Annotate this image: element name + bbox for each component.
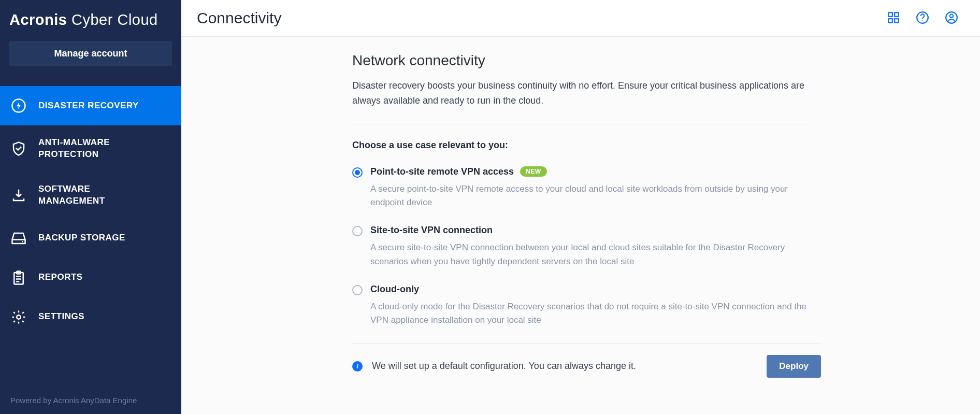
sidebar-item-reports[interactable]: REPORTS [0, 258, 181, 297]
shield-icon [10, 140, 27, 157]
option-site-to-site[interactable]: Site-to-site VPN connection A secure sit… [352, 225, 818, 268]
sidebar-item-disaster-recovery[interactable]: DISASTER RECOVERY [0, 86, 181, 125]
info-icon: i [352, 361, 363, 372]
section-heading: Network connectivity [352, 52, 959, 69]
option-title-row: Site-to-site VPN connection [370, 225, 818, 236]
new-badge: NEW [520, 166, 547, 177]
sidebar-item-label: SOFTWARE MANAGEMENT [38, 183, 152, 207]
account-icon[interactable] [945, 11, 959, 25]
option-body: Point-to-site remote VPN access NEW A se… [370, 166, 818, 210]
content: Network connectivity Disaster recovery b… [181, 37, 980, 414]
option-description: A secure point-to-site VPN remote access… [370, 182, 818, 210]
svg-rect-6 [895, 12, 899, 17]
radio-icon[interactable] [352, 285, 363, 295]
svg-point-1 [22, 241, 23, 242]
option-title: Point-to-site remote VPN access [370, 166, 514, 177]
help-icon[interactable] [916, 11, 930, 25]
nav: DISASTER RECOVERY ANTI-MALWARE PROTECTIO… [0, 86, 181, 387]
topbar: Connectivity [181, 0, 980, 37]
option-title: Cloud-only [370, 284, 419, 295]
footer-left: i We will set up a default configuration… [352, 361, 636, 372]
sidebar-item-backup-storage[interactable]: BACKUP STORAGE [0, 219, 181, 258]
bolt-icon [10, 97, 27, 114]
main: Connectivity Network connectivity Disast… [181, 0, 980, 414]
apps-icon[interactable] [887, 11, 901, 25]
radio-icon[interactable] [352, 226, 363, 236]
choose-label: Choose a use case relevant to you: [352, 140, 959, 151]
sidebar-footer: Powered by Acronis AnyData Engine [0, 387, 181, 414]
gear-icon [10, 309, 27, 325]
sidebar-item-label: REPORTS [38, 272, 83, 283]
option-body: Site-to-site VPN connection A secure sit… [370, 225, 818, 268]
sidebar: Acronis Cyber Cloud Manage account DISAS… [0, 0, 181, 414]
svg-rect-7 [888, 19, 892, 23]
sidebar-item-label: ANTI-MALWARE PROTECTION [38, 137, 152, 161]
svg-point-4 [17, 315, 21, 319]
svg-point-10 [922, 20, 923, 21]
download-icon [10, 187, 27, 204]
svg-rect-8 [895, 19, 899, 23]
radio-icon[interactable] [352, 167, 363, 178]
page-title: Connectivity [197, 9, 281, 27]
brand-logo: Acronis Cyber Cloud [0, 0, 181, 41]
option-title: Site-to-site VPN connection [370, 225, 493, 236]
sidebar-item-software-management[interactable]: SOFTWARE MANAGEMENT [0, 172, 181, 219]
sidebar-item-label: BACKUP STORAGE [38, 232, 125, 244]
option-point-to-site[interactable]: Point-to-site remote VPN access NEW A se… [352, 166, 818, 210]
section-description: Disaster recovery boosts your business c… [352, 78, 808, 108]
option-description: A secure site-to-site VPN connection bet… [370, 241, 818, 268]
sidebar-item-label: DISASTER RECOVERY [38, 100, 139, 112]
sidebar-item-anti-malware[interactable]: ANTI-MALWARE PROTECTION [0, 125, 181, 172]
footer-info-text: We will set up a default configuration. … [372, 361, 636, 372]
svg-point-12 [950, 15, 954, 18]
option-cloud-only[interactable]: Cloud-only A cloud-only mode for the Dis… [352, 284, 818, 327]
manage-account-button[interactable]: Manage account [9, 41, 172, 66]
option-description: A cloud-only mode for the Disaster Recov… [370, 300, 818, 327]
sidebar-item-label: SETTINGS [38, 311, 84, 323]
topbar-icons [887, 11, 959, 25]
footer-row: i We will set up a default configuration… [352, 343, 821, 388]
deploy-button[interactable]: Deploy [767, 355, 821, 378]
option-body: Cloud-only A cloud-only mode for the Dis… [370, 284, 818, 327]
drive-icon [10, 230, 27, 247]
brand-light: Cyber Cloud [71, 11, 158, 28]
divider [352, 124, 808, 124]
brand-bold: Acronis [9, 11, 67, 28]
sidebar-item-settings[interactable]: SETTINGS [0, 297, 181, 337]
option-title-row: Cloud-only [370, 284, 818, 295]
clipboard-icon [10, 269, 27, 286]
svg-rect-5 [888, 12, 892, 17]
option-title-row: Point-to-site remote VPN access NEW [370, 166, 818, 177]
